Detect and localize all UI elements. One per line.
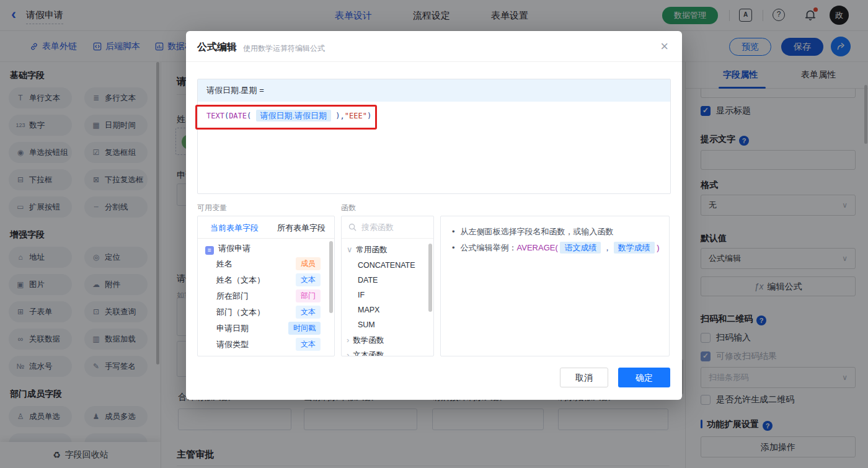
modal-subtitle: 使用数学运算符编辑公式	[243, 43, 325, 54]
type-badge: 时间戳	[288, 322, 321, 335]
tip-text: 公式编辑举例：	[461, 243, 517, 252]
close-icon[interactable]: ×	[660, 38, 668, 55]
variable-item[interactable]: 部门（文本）	[216, 307, 265, 318]
variables-tabs: 当前表单字段 所有表单字段	[198, 216, 334, 239]
type-badge: 成员	[296, 257, 321, 270]
function-group-math[interactable]: ›数学函数	[347, 335, 384, 346]
formula-fn: DATE	[229, 112, 247, 120]
form-doc-icon: ≡	[205, 246, 214, 255]
example-close-paren: )	[657, 243, 659, 252]
formula-op: (	[247, 112, 255, 120]
chevron-right-icon: ›	[347, 350, 349, 356]
example-field-token: 数学成绩	[614, 242, 655, 254]
variables-panel: 当前表单字段 所有表单字段 ≡请假申请 姓名 成员 姓名（文本） 文本 所在部门…	[197, 216, 335, 356]
tip-line-1: •从左侧面板选择字段名和函数，或输入函数	[452, 226, 614, 237]
variable-item[interactable]: 请假类型	[216, 339, 249, 350]
functions-panel: 搜索函数 ∨常用函数 CONCATENATE DATE IF MAPX SUM …	[341, 216, 434, 356]
tip-line-2: •公式编辑举例：AVERAGE( 语文成绩 ， 数学成绩 )	[452, 242, 660, 254]
function-item[interactable]: MAPX	[358, 306, 379, 314]
root-label: 请假申请	[218, 244, 250, 253]
group-label: 数学函数	[353, 336, 384, 345]
example-fn: AVERAGE(	[517, 243, 558, 252]
variable-item[interactable]: 姓名	[216, 258, 232, 270]
function-item[interactable]: IF	[358, 291, 365, 299]
functions-label: 函数	[341, 203, 356, 213]
formula-op: )	[331, 112, 340, 120]
functions-scrollbar[interactable]	[428, 244, 432, 312]
variable-item[interactable]: 申请日期	[216, 323, 249, 334]
group-label: 文本函数	[353, 351, 384, 356]
modal-title: 公式编辑	[197, 41, 237, 54]
variable-item[interactable]: 姓名（文本）	[216, 275, 265, 286]
search-placeholder: 搜索函数	[361, 222, 394, 233]
function-item[interactable]: SUM	[358, 320, 375, 329]
chevron-right-icon: ›	[347, 335, 349, 345]
chevron-down-icon: ∨	[347, 245, 353, 254]
example-comma: ，	[603, 243, 611, 252]
formula-edit-modal: 公式编辑 使用数学运算符编辑公式 × 请假日期.星期 = TEXT(DATE( …	[186, 31, 682, 400]
formula-target: 请假日期.星期 =	[198, 79, 670, 102]
function-search-input[interactable]: 搜索函数	[342, 216, 433, 239]
type-badge: 文本	[296, 306, 321, 319]
function-item[interactable]: CONCATENATE	[358, 261, 415, 270]
type-badge: 文本	[296, 338, 321, 351]
variables-label: 可用变量	[197, 203, 227, 213]
group-label: 常用函数	[356, 245, 388, 254]
tips-panel: •从左侧面板选择字段名和函数，或输入函数 •公式编辑举例：AVERAGE( 语文…	[440, 216, 670, 356]
tab-all-form-fields[interactable]: 所有表单字段	[277, 223, 326, 234]
formula-editor[interactable]: 请假日期.星期 = TEXT(DATE( 请假日期.请假日期 ),"EEE")	[197, 79, 671, 194]
formula-fn: TEXT	[206, 112, 224, 120]
variable-item[interactable]: 所在部门	[216, 291, 249, 302]
formula-op: ,	[340, 112, 345, 120]
bullet-icon: •	[452, 227, 455, 236]
example-field-token: 语文成绩	[560, 242, 601, 254]
function-group-text[interactable]: ›文本函数	[347, 350, 384, 356]
search-icon	[348, 223, 356, 231]
tab-current-form-fields[interactable]: 当前表单字段	[210, 223, 259, 234]
variables-root[interactable]: ≡请假申请	[205, 243, 250, 255]
divider	[186, 61, 682, 62]
function-group-common[interactable]: ∨常用函数	[347, 245, 388, 255]
cancel-button[interactable]: 取消	[560, 368, 608, 387]
type-badge: 文本	[296, 273, 321, 286]
bullet-icon: •	[452, 243, 455, 252]
variables-scrollbar[interactable]	[329, 241, 333, 313]
function-item[interactable]: DATE	[358, 276, 378, 285]
formula-op: )	[367, 112, 371, 120]
field-token[interactable]: 请假日期.请假日期	[256, 110, 332, 121]
confirm-button[interactable]: 确定	[618, 368, 670, 387]
formula-expression[interactable]: TEXT(DATE( 请假日期.请假日期 ),"EEE")	[206, 110, 371, 121]
type-badge: 部门	[296, 289, 321, 302]
formula-string: "EEE"	[345, 112, 367, 120]
tip-text: 从左侧面板选择字段名和函数，或输入函数	[461, 227, 614, 236]
